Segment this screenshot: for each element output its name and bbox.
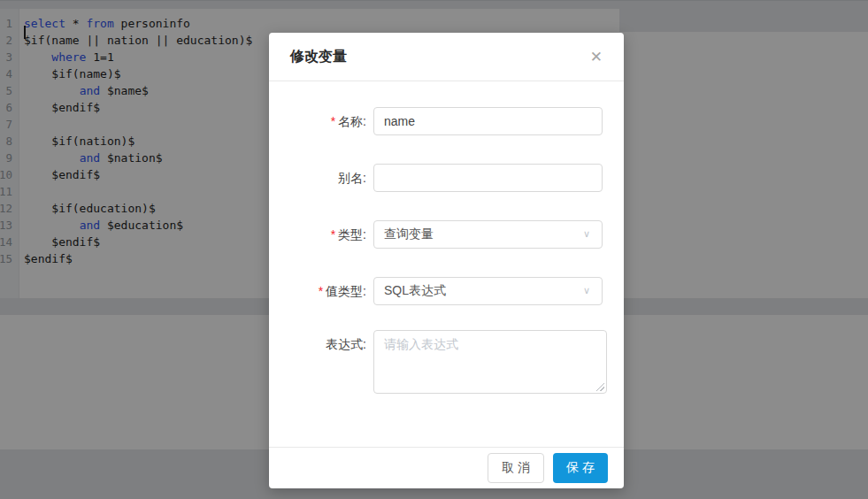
- field-label: *值类型:: [290, 277, 366, 305]
- type-select[interactable]: 查询变量 ∨: [373, 220, 603, 249]
- cancel-button[interactable]: 取 消: [488, 453, 544, 483]
- value-type-select[interactable]: SQL表达式 ∨: [373, 277, 603, 305]
- required-asterisk: *: [331, 114, 335, 128]
- field-row-alias: 别名:: [290, 164, 603, 192]
- field-label: *名称:: [290, 107, 366, 135]
- field-row-value-type: *值类型: SQL表达式 ∨: [290, 277, 603, 305]
- field-label: 表达式:: [290, 330, 366, 358]
- name-input[interactable]: [373, 107, 603, 135]
- required-asterisk: *: [331, 227, 335, 242]
- required-asterisk: *: [319, 284, 323, 298]
- expression-textarea-wrap: [373, 330, 607, 394]
- chevron-down-icon: ∨: [583, 286, 592, 295]
- modal-body: *名称: 别名: *类型: 查询变量 ∨ *值类型: SQL表达式 ∨ 表达式:: [269, 81, 624, 394]
- edit-variable-modal: 修改变量 ✕ *名称: 别名: *类型: 查询变量 ∨ *值类型: SQL表达式…: [269, 33, 624, 488]
- close-icon[interactable]: ✕: [590, 50, 603, 65]
- chevron-down-icon: ∨: [583, 229, 592, 238]
- alias-input[interactable]: [373, 164, 603, 192]
- save-button[interactable]: 保 存: [553, 453, 608, 483]
- field-row-type: *类型: 查询变量 ∨: [290, 220, 603, 249]
- modal-title: 修改变量: [290, 48, 347, 66]
- field-label: *类型:: [290, 220, 366, 249]
- field-row-expression: 表达式:: [290, 330, 603, 394]
- field-row-name: *名称:: [290, 107, 603, 135]
- modal-footer: 取 消 保 存: [269, 447, 624, 488]
- modal-header: 修改变量 ✕: [269, 33, 624, 81]
- value-type-select-value: SQL表达式: [384, 283, 446, 299]
- field-label: 别名:: [290, 164, 366, 192]
- expression-textarea[interactable]: [373, 330, 607, 394]
- type-select-value: 查询变量: [384, 226, 434, 242]
